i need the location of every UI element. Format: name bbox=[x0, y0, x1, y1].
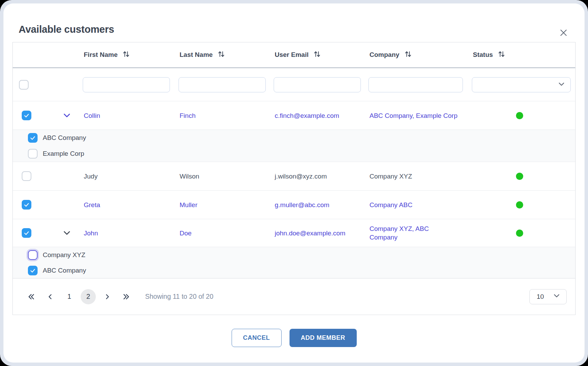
page-background: Available customers First Name Last Name bbox=[0, 0, 588, 366]
status-dot bbox=[516, 230, 523, 237]
cell-first-name: Collin bbox=[83, 111, 179, 120]
pagination-page-1[interactable]: 1 bbox=[62, 289, 77, 304]
available-customers-modal: Available customers First Name Last Name bbox=[3, 3, 585, 363]
cell-company: ABC Company, Example Corp bbox=[368, 111, 472, 120]
column-header-first-name[interactable]: First Name bbox=[83, 50, 179, 60]
cell-user-email: j.wilson@xyz.com bbox=[274, 172, 368, 181]
page-size-value: 10 bbox=[537, 293, 544, 301]
cell-company: Company XYZ, ABC Company bbox=[368, 224, 472, 242]
column-label: Status bbox=[473, 51, 493, 59]
company-checkbox[interactable] bbox=[28, 250, 38, 260]
page-title: Available customers bbox=[19, 23, 569, 36]
expanded-companies-group: Company XYZ ABC Company bbox=[13, 247, 575, 278]
sort-icon bbox=[122, 50, 130, 60]
cell-first-name: John bbox=[83, 229, 179, 237]
filter-last-name-input[interactable] bbox=[179, 77, 266, 92]
pagination-first-button[interactable] bbox=[24, 289, 39, 304]
table-footer: 1 2 Showing 11 to 20 of 20 10 bbox=[13, 278, 575, 315]
cell-status bbox=[472, 112, 575, 119]
pagination-next-button[interactable] bbox=[100, 289, 115, 304]
cell-last-name: Doe bbox=[179, 229, 274, 237]
chevron-down-icon[interactable] bbox=[62, 111, 71, 120]
company-label: Company XYZ bbox=[43, 251, 85, 259]
filter-user-email-input[interactable] bbox=[274, 77, 361, 92]
cancel-button[interactable]: CANCEL bbox=[232, 329, 282, 347]
cell-company: Company ABC bbox=[368, 201, 472, 209]
table-row: Greta Muller g.muller@abc.com Company AB… bbox=[13, 190, 575, 219]
pagination-summary: Showing 11 to 20 of 20 bbox=[145, 293, 213, 301]
filter-row bbox=[13, 67, 575, 101]
cell-status bbox=[472, 201, 575, 209]
company-subrow: ABC Company bbox=[13, 263, 575, 278]
close-icon[interactable] bbox=[558, 28, 569, 38]
page-size-select[interactable]: 10 bbox=[529, 289, 567, 304]
column-header-company[interactable]: Company bbox=[368, 50, 472, 60]
table-row: Judy Wilson j.wilson@xyz.com Company XYZ bbox=[13, 162, 575, 190]
company-checkbox[interactable] bbox=[28, 133, 38, 143]
cell-first-name: Judy bbox=[83, 172, 179, 181]
sort-icon bbox=[497, 50, 506, 60]
table-header-row: First Name Last Name User Email Company … bbox=[13, 42, 575, 67]
status-dot bbox=[516, 112, 523, 119]
sort-icon bbox=[404, 50, 412, 60]
sort-icon bbox=[313, 50, 321, 60]
cell-company: Company XYZ bbox=[368, 172, 472, 181]
status-dot bbox=[516, 173, 523, 180]
filter-first-name-input[interactable] bbox=[83, 77, 170, 92]
cell-last-name: Muller bbox=[179, 201, 274, 209]
chevron-down-icon[interactable] bbox=[62, 228, 71, 237]
chevron-down-icon bbox=[557, 80, 566, 90]
filter-status-select[interactable] bbox=[472, 77, 571, 92]
cell-status bbox=[472, 173, 575, 180]
company-checkbox[interactable] bbox=[28, 149, 38, 159]
company-label: ABC Company bbox=[43, 134, 86, 142]
pagination-last-button[interactable] bbox=[119, 289, 134, 304]
cell-status bbox=[472, 230, 575, 237]
modal-actions: CANCEL ADD MEMBER bbox=[3, 329, 585, 347]
header-spacer bbox=[13, 42, 83, 67]
customers-table: First Name Last Name User Email Company … bbox=[12, 42, 576, 315]
row-checkbox[interactable] bbox=[22, 171, 31, 181]
row-checkbox[interactable] bbox=[22, 111, 31, 120]
company-label: Example Corp bbox=[43, 150, 84, 157]
company-subrow: ABC Company bbox=[13, 130, 575, 146]
company-subrow: Company XYZ bbox=[13, 247, 575, 263]
column-header-last-name[interactable]: Last Name bbox=[179, 50, 274, 60]
pagination-prev-button[interactable] bbox=[43, 289, 58, 304]
cell-user-email: john.doe@example.com bbox=[274, 229, 368, 237]
company-label: ABC Company bbox=[43, 267, 86, 274]
table-row: Collin Finch c.finch@example.com ABC Com… bbox=[13, 101, 575, 130]
column-label: User Email bbox=[275, 51, 308, 59]
column-label: Last Name bbox=[180, 51, 213, 59]
chevron-down-icon bbox=[552, 292, 561, 302]
status-dot bbox=[516, 201, 523, 209]
cell-last-name: Finch bbox=[179, 111, 274, 120]
table-row: John Doe john.doe@example.com Company XY… bbox=[13, 219, 575, 247]
cell-user-email: c.finch@example.com bbox=[274, 111, 368, 120]
column-header-status[interactable]: Status bbox=[472, 50, 575, 60]
sort-icon bbox=[217, 50, 225, 60]
modal-header: Available customers bbox=[3, 3, 585, 36]
cell-last-name: Wilson bbox=[179, 172, 274, 181]
company-checkbox[interactable] bbox=[28, 266, 38, 275]
expanded-companies-group: ABC Company Example Corp bbox=[13, 130, 575, 162]
cell-user-email: g.muller@abc.com bbox=[274, 201, 368, 209]
row-checkbox[interactable] bbox=[22, 228, 31, 238]
company-subrow: Example Corp bbox=[13, 146, 575, 162]
column-label: First Name bbox=[84, 51, 118, 59]
pagination-page-2-current[interactable]: 2 bbox=[81, 289, 96, 304]
filter-company-input[interactable] bbox=[368, 77, 463, 92]
column-label: Company bbox=[369, 51, 399, 59]
select-all-checkbox[interactable] bbox=[19, 80, 29, 90]
column-header-user-email[interactable]: User Email bbox=[274, 50, 368, 60]
cell-first-name: Greta bbox=[83, 201, 179, 209]
row-checkbox[interactable] bbox=[22, 200, 31, 210]
add-member-button[interactable]: ADD MEMBER bbox=[290, 329, 357, 347]
